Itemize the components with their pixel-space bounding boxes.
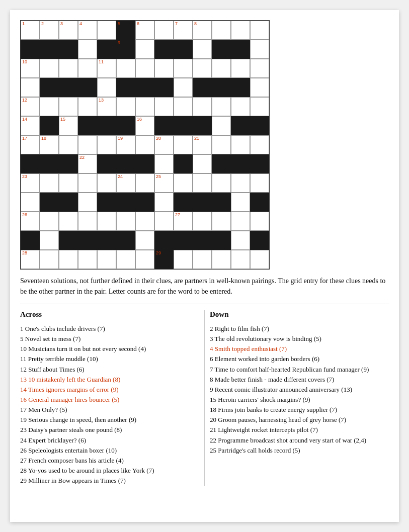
cell-r9-c2 — [59, 193, 78, 212]
cell-r6-c8 — [174, 135, 193, 154]
cell-r2-c10 — [212, 59, 231, 78]
clue-item: 17 Men Only? (5) — [20, 405, 199, 415]
cell-r9-c7 — [154, 193, 174, 212]
cell-r4-c7 — [154, 97, 174, 116]
cell-r3-c2 — [59, 78, 78, 97]
clue-item: 27 French composer bans his article (4) — [20, 456, 199, 466]
clue-item: 14 Times ignores margins of error (9) — [20, 385, 199, 395]
cell-r9-c1 — [40, 193, 59, 212]
cell-r7-c10 — [212, 154, 231, 173]
cell-r2-c9 — [193, 59, 212, 78]
cell-r11-c8 — [174, 231, 193, 250]
cell-r8-c6 — [135, 173, 154, 193]
cell-r10-c12 — [250, 212, 269, 231]
cell-r5-c2: 15 — [59, 116, 78, 135]
clue-item: 20 Groom pauses, harnessing head of grey… — [210, 415, 389, 425]
clue-item: 3 The old revolutionary vow is binding (… — [210, 334, 389, 344]
cell-r11-c9 — [193, 231, 212, 250]
cell-number-6: 6 — [137, 22, 139, 26]
cell-number-7: 7 — [175, 22, 178, 26]
cell-r5-c0: 14 — [21, 116, 40, 135]
cell-r5-c12 — [250, 116, 269, 135]
cell-r3-c4 — [97, 78, 116, 97]
clue-item: 25 Partridge's call holds record (5) — [210, 446, 389, 456]
crossword-container: 1234567891011121314151617181920212223242… — [20, 20, 389, 270]
cell-r12-c1 — [40, 250, 59, 269]
cell-r9-c11 — [231, 193, 250, 212]
cell-r6-c9: 21 — [193, 135, 212, 154]
cell-r6-c10 — [212, 135, 231, 154]
cell-r11-c6 — [135, 231, 154, 250]
cell-r7-c8 — [174, 154, 193, 173]
cell-r2-c4: 11 — [97, 59, 116, 78]
cell-r8-c11 — [231, 173, 250, 193]
cell-number-29: 29 — [156, 251, 161, 255]
cell-r5-c9 — [193, 116, 212, 135]
cell-r6-c1: 18 — [40, 135, 59, 154]
cell-r10-c4 — [97, 212, 116, 231]
cell-number-24: 24 — [118, 174, 123, 179]
cell-number-28: 28 — [22, 251, 27, 255]
cell-r3-c0 — [21, 78, 40, 97]
cell-r1-c11 — [231, 40, 250, 59]
cell-number-1: 1 — [22, 22, 25, 26]
clue-item: 4 Smith topped enthusiast (7) — [210, 344, 389, 354]
cell-r7-c0 — [21, 154, 40, 173]
clue-item: 26 Speleologists entertain boxer (10) — [20, 446, 199, 456]
cell-r9-c9 — [193, 193, 212, 212]
clue-item: 15 Heroin carriers' shock margins? (9) — [210, 395, 389, 405]
cell-r12-c9 — [193, 250, 212, 269]
cell-number-3: 3 — [60, 22, 63, 26]
cell-r12-c6 — [135, 250, 154, 269]
cell-r1-c7 — [154, 40, 174, 59]
cell-number-27: 27 — [175, 213, 180, 217]
cell-r12-c8 — [174, 250, 193, 269]
cell-r2-c3 — [78, 59, 97, 78]
cell-r7-c1 — [40, 154, 59, 173]
cell-r1-c1 — [40, 40, 59, 59]
cell-r0-c11 — [231, 21, 250, 40]
cell-r0-c4 — [97, 21, 116, 40]
clue-item: 23 Daisy's partner steals one pound (8) — [20, 425, 199, 435]
cell-r5-c11 — [231, 116, 250, 135]
cell-r10-c8: 27 — [174, 212, 193, 231]
cell-r1-c9 — [193, 40, 212, 59]
cell-number-4: 4 — [79, 22, 82, 26]
cell-r2-c1 — [40, 59, 59, 78]
cell-number-16: 16 — [137, 117, 142, 122]
cell-r8-c5: 24 — [116, 173, 135, 193]
cell-r5-c10 — [212, 116, 231, 135]
cell-r9-c12 — [250, 193, 269, 212]
cell-number-25: 25 — [156, 174, 161, 179]
cell-r3-c8 — [174, 78, 193, 97]
cell-r6-c7: 20 — [154, 135, 174, 154]
clue-item: 16 General manager hires bouncer (5) — [20, 395, 199, 405]
cell-r7-c12 — [250, 154, 269, 173]
cell-r11-c0 — [21, 231, 40, 250]
cell-r0-c0: 1 — [21, 21, 40, 40]
cell-r9-c0 — [21, 193, 40, 212]
cell-number-21: 21 — [194, 136, 199, 141]
cell-number-8: 8 — [194, 22, 197, 26]
cell-r1-c6 — [135, 40, 154, 59]
across-clues-list: 1 One's clubs include drivers (7)5 Novel… — [20, 324, 199, 486]
cell-r10-c0: 26 — [21, 212, 40, 231]
cell-r2-c12 — [250, 59, 269, 78]
cell-r12-c12 — [250, 250, 269, 269]
cell-r4-c3 — [78, 97, 97, 116]
cell-r5-c8 — [174, 116, 193, 135]
cell-r5-c7 — [154, 116, 174, 135]
cell-r0-c3: 4 — [78, 21, 97, 40]
cell-r11-c2 — [59, 231, 78, 250]
across-clues-col: Across 1 One's clubs include drivers (7)… — [20, 310, 204, 486]
cell-r8-c10 — [212, 173, 231, 193]
cell-number-5: 5 — [118, 22, 120, 26]
cell-r2-c0: 10 — [21, 59, 40, 78]
cell-r10-c1 — [40, 212, 59, 231]
cell-r0-c10 — [212, 21, 231, 40]
clue-item: 2 Right to film fish (7) — [210, 324, 389, 334]
clue-item: 18 Firms join banks to create energy sup… — [210, 405, 389, 415]
cell-r4-c6 — [135, 97, 154, 116]
cell-r7-c6 — [135, 154, 154, 173]
cell-number-22: 22 — [79, 155, 85, 160]
